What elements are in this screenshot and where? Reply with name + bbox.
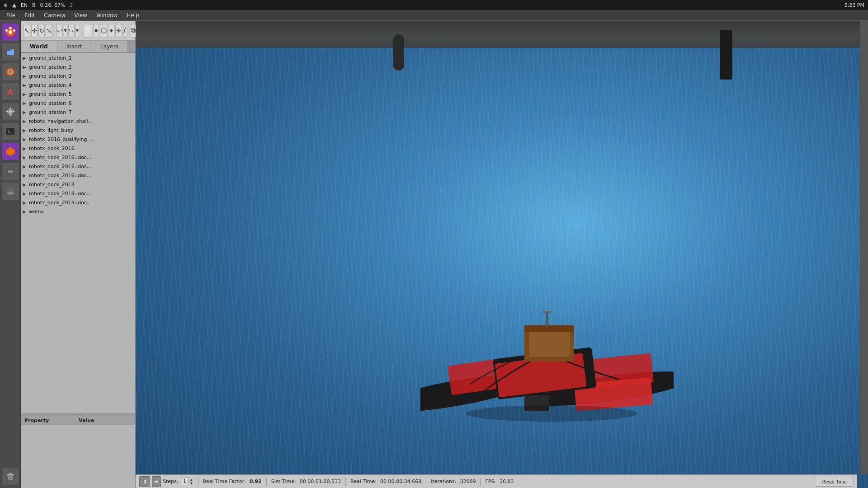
- select-tool-btn[interactable]: ↖: [24, 24, 30, 38]
- viewport-top-bar: [136, 21, 868, 46]
- sphere-shape-btn[interactable]: ⚫: [93, 24, 99, 38]
- tree-arrow-16: ▶: [23, 199, 29, 206]
- tree-item-14[interactable]: ▶ robotx_dock_2018: [21, 180, 135, 189]
- disk-icon-btn[interactable]: [2, 163, 19, 180]
- tree-item-8[interactable]: ▶ robotx_light_buoy: [21, 126, 135, 135]
- tree-label-14: robotx_dock_2018: [29, 181, 133, 188]
- tree-arrow-14: ▶: [23, 181, 29, 188]
- sep-5: [480, 478, 481, 486]
- tree-label-12: robotx_dock_2016::doc...: [29, 163, 133, 170]
- tree-item-16[interactable]: ▶ robotx_dock_2018::doc...: [21, 198, 135, 207]
- tree-item-10[interactable]: ▶ robotx_dock_2016: [21, 144, 135, 153]
- system-time: 5:23 PM: [844, 2, 864, 8]
- tree-label-9: robotx_2016_qualifying_...: [29, 136, 133, 143]
- menu-edit[interactable]: Edit: [20, 11, 39, 19]
- box-shape-btn[interactable]: ⬜: [84, 24, 92, 38]
- tree-item-12[interactable]: ▶ robotx_dock_2016::doc...: [21, 162, 135, 171]
- stepper-arrows[interactable]: ▲ ▼: [189, 478, 193, 485]
- tree-item-3[interactable]: ▶ ground_station_4: [21, 81, 135, 90]
- tree-item-13[interactable]: ▶ robotx_dock_2016::doc...: [21, 171, 135, 180]
- real-time-item: Real Time: 00 00:00:34.668: [350, 479, 421, 484]
- tree-item-6[interactable]: ▶ ground_station_7: [21, 108, 135, 117]
- menu-view[interactable]: View: [70, 11, 91, 19]
- menu-window[interactable]: Window: [92, 11, 122, 19]
- real-time-label: Real Time:: [350, 479, 377, 484]
- tree-item-7[interactable]: ▶ robotx_navigation_chall...: [21, 117, 135, 126]
- terminal-icon-btn[interactable]: $_: [2, 123, 19, 140]
- reset-time-btn[interactable]: Reset Time: [815, 477, 854, 487]
- system-bar: ⊕ ▲ EN B 0:26, 67% ♪ 5:23 PM: [0, 0, 868, 10]
- sun-light-btn[interactable]: ☀: [115, 24, 122, 38]
- undo-dropdown-btn[interactable]: ▼: [64, 24, 67, 38]
- tree-item-17[interactable]: ▶ wamv: [21, 207, 135, 216]
- steps-value[interactable]: 1: [180, 478, 189, 485]
- tree-item-1[interactable]: ▶ ground_station_2: [21, 63, 135, 72]
- tab-bar: World Insert Layers: [21, 41, 135, 53]
- files-icon-btn[interactable]: [2, 43, 19, 61]
- stepper-down[interactable]: ▼: [189, 482, 193, 485]
- steps-label: Steps:: [163, 479, 178, 484]
- spot-light-btn[interactable]: /: [123, 24, 126, 38]
- sim-time-item: Sim Time: 00 00:01:00.533: [271, 479, 341, 484]
- left-icons: A $_: [0, 21, 21, 488]
- tree-list[interactable]: ▶ ground_station_1 ▶ ground_station_2 ▶ …: [21, 53, 135, 413]
- scale-tool-btn[interactable]: ⤡: [46, 24, 52, 38]
- storage-icon-btn[interactable]: [2, 183, 19, 200]
- font-icon-btn[interactable]: A: [2, 83, 19, 100]
- tree-arrow-4: ▶: [23, 91, 29, 98]
- iterations-label: Iterations:: [431, 479, 456, 484]
- tree-item-15[interactable]: ▶ robotx_dock_2018::doc...: [21, 189, 135, 198]
- tree-arrow-15: ▶: [23, 190, 29, 197]
- rotate-tool-btn[interactable]: ↻: [38, 24, 45, 38]
- steps-stepper[interactable]: 1 ▲ ▼: [180, 478, 193, 485]
- right-edge-handle: ⋮: [860, 21, 868, 474]
- home-icon-btn[interactable]: [2, 23, 19, 41]
- tab-insert[interactable]: Insert: [57, 41, 91, 52]
- keyboard-lang: EN: [21, 2, 28, 8]
- tab-layers[interactable]: Layers: [91, 41, 128, 52]
- tree-label-10: robotx_dock_2016: [29, 145, 133, 152]
- redo-dropdown-btn[interactable]: ▼: [75, 24, 79, 38]
- undo-btn[interactable]: ↩: [57, 24, 63, 38]
- firefox-icon-btn[interactable]: [2, 63, 19, 80]
- tree-item-0[interactable]: ▶ ground_station_1: [21, 54, 135, 63]
- settings-icon-btn[interactable]: [2, 103, 19, 120]
- tree-item-11[interactable]: ▶ robotx_dock_2016::doc...: [21, 153, 135, 162]
- value-col-header: Value: [75, 416, 98, 425]
- menu-camera[interactable]: Camera: [39, 11, 70, 19]
- svg-rect-14: [10, 114, 11, 116]
- point-light-btn[interactable]: ✦: [108, 24, 114, 38]
- tree-label-3: ground_station_4: [29, 82, 133, 89]
- tree-item-9[interactable]: ▶ robotx_2016_qualifying_...: [21, 135, 135, 144]
- stepper-up[interactable]: ▲: [189, 478, 193, 482]
- menu-help[interactable]: Help: [122, 11, 143, 19]
- tree-label-16: robotx_dock_2018::doc...: [29, 199, 133, 206]
- tree-item-2[interactable]: ▶ ground_station_3: [21, 72, 135, 81]
- redo-btn[interactable]: ↪: [68, 24, 75, 38]
- svg-point-42: [466, 405, 637, 422]
- tree-arrow-1: ▶: [23, 64, 29, 71]
- property-panel: Property Value: [21, 416, 135, 488]
- svg-rect-6: [7, 51, 14, 55]
- tree-arrow-5: ▶: [23, 100, 29, 107]
- fps-label: FPS:: [485, 479, 496, 484]
- tree-item-4[interactable]: ▶ ground_station_5: [21, 90, 135, 99]
- tree-arrow-8: ▶: [23, 127, 29, 134]
- tree-arrow-0: ▶: [23, 55, 29, 62]
- wifi-icon: ▲: [12, 2, 16, 8]
- property-col-header: Property: [21, 416, 75, 425]
- viewport[interactable]: ⏸ ⏭ Steps: 1 ▲ ▼ Real Time Factor: 0.92: [136, 21, 868, 488]
- svg-rect-40: [542, 311, 552, 313]
- trash-icon-btn[interactable]: [2, 468, 19, 485]
- translate-tool-btn[interactable]: ✛: [31, 24, 38, 38]
- step-next-btn[interactable]: ⏭: [152, 476, 161, 487]
- tree-item-5[interactable]: ▶ ground_station_6: [21, 99, 135, 108]
- gazebo-icon-btn[interactable]: [2, 143, 19, 160]
- pause-btn[interactable]: ⏸: [139, 476, 150, 487]
- svg-point-10: [9, 70, 12, 73]
- tree-label-1: ground_station_2: [29, 64, 133, 71]
- sim-time-value: 00 00:01:00.533: [300, 479, 341, 484]
- tab-world[interactable]: World: [21, 41, 57, 52]
- cylinder-shape-btn[interactable]: ⬡: [100, 24, 107, 38]
- menu-file[interactable]: File: [2, 11, 20, 19]
